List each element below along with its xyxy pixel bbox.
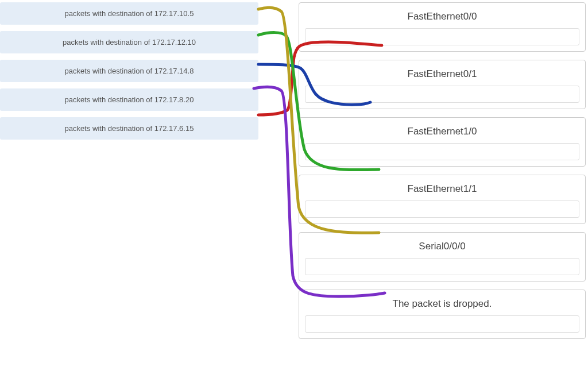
target-label: FastEthernet0/1	[305, 65, 579, 86]
source-item[interactable]: packets with destination of 172.17.14.8	[0, 60, 258, 82]
target-dropzone[interactable]	[305, 86, 579, 103]
target-dropzone[interactable]	[305, 315, 579, 333]
target-label: FastEthernet0/0	[305, 7, 579, 28]
target-label: FastEthernet1/0	[305, 122, 579, 143]
source-panel: packets with destination of 172.17.10.5 …	[0, 2, 258, 146]
source-label: packets with destination of 172.17.8.20	[65, 95, 194, 104]
target-dropzone[interactable]	[305, 28, 579, 45]
source-item[interactable]: packets with destination of 172.17.12.10	[0, 31, 258, 53]
target-item: The packet is dropped.	[299, 290, 586, 339]
source-item[interactable]: packets with destination of 172.17.8.20	[0, 88, 258, 111]
source-item[interactable]: packets with destination of 172.17.10.5	[0, 2, 258, 25]
target-item: FastEthernet1/0	[299, 117, 586, 167]
source-item[interactable]: packets with destination of 172.17.6.15	[0, 117, 258, 140]
source-label: packets with destination of 172.17.10.5	[65, 9, 194, 18]
target-dropzone[interactable]	[305, 201, 579, 218]
target-panel: FastEthernet0/0 FastEthernet0/1 FastEthe…	[299, 2, 586, 347]
target-dropzone[interactable]	[305, 143, 579, 160]
target-dropzone[interactable]	[305, 258, 579, 275]
source-label: packets with destination of 172.17.14.8	[65, 67, 194, 75]
target-item: Serial0/0/0	[299, 232, 586, 282]
target-item: FastEthernet0/0	[299, 2, 586, 52]
target-item: FastEthernet1/1	[299, 175, 586, 224]
source-label: packets with destination of 172.17.6.15	[65, 124, 194, 133]
target-label: Serial0/0/0	[305, 237, 579, 258]
source-label: packets with destination of 172.17.12.10	[63, 38, 196, 47]
target-label: FastEthernet1/1	[305, 180, 579, 201]
target-label: The packet is dropped.	[305, 295, 579, 315]
target-item: FastEthernet0/1	[299, 60, 586, 109]
